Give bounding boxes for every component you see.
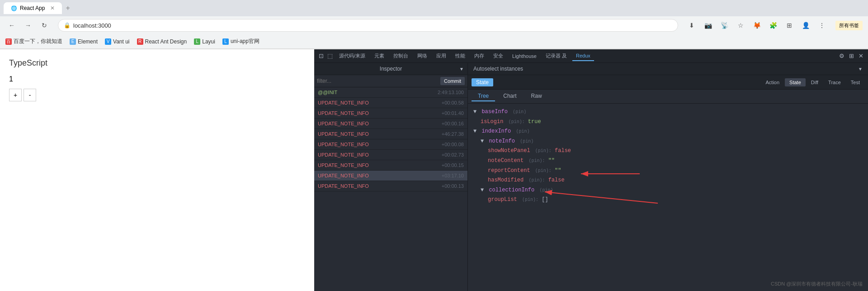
inspector-panel: Inspector ▼ Commit @@INIT 2:49:13.100 UP…	[314, 63, 468, 291]
list-item[interactable]: UPDATE_NOTE_INFO +03:17.10	[314, 171, 467, 181]
filter-input[interactable]	[317, 78, 438, 84]
tab-security[interactable]: 安全	[490, 51, 507, 61]
dock-icon[interactable]: ⊞	[848, 52, 855, 60]
close-tab-icon[interactable]: ✕	[50, 5, 55, 11]
action-name: UPDATE_NOTE_INFO	[318, 142, 369, 147]
tab-network[interactable]: 网络	[414, 51, 431, 61]
list-item[interactable]: UPDATE_NOTE_INFO +00:02.73	[314, 150, 467, 160]
grouplist-key: groupList	[488, 196, 517, 203]
tree-node-noteinfo: ▼ noteInfo (pin)	[481, 137, 863, 147]
baseinfo-children: isLogin (pin): true	[473, 117, 863, 127]
rtab-action[interactable]: Action	[761, 78, 784, 86]
action-time: +00:00.13	[442, 183, 464, 189]
tab-lighthouse[interactable]: Lighthouse	[509, 52, 540, 61]
tab-app[interactable]: 应用	[433, 51, 450, 61]
action-name: UPDATE_NOTE_INFO	[318, 100, 369, 105]
profile-icon[interactable]: 👤	[799, 19, 812, 32]
list-item[interactable]: UPDATE_NOTE_INFO +46:27.38	[314, 129, 467, 139]
bookmark-vant[interactable]: V Vant ui	[105, 38, 129, 45]
action-time: +00:00.08	[442, 142, 464, 147]
list-item[interactable]: @@INIT 2:49:13.100	[314, 87, 467, 98]
tab-elements[interactable]: 元素	[371, 51, 388, 61]
forward-button[interactable]: →	[22, 19, 34, 32]
devtools-body: Inspector ▼ Commit @@INIT 2:49:13.100 UP…	[314, 63, 868, 291]
counter-buttons: + -	[9, 89, 305, 101]
commit-button[interactable]: Commit	[440, 77, 465, 85]
increment-button[interactable]: +	[9, 89, 22, 101]
vtab-chart[interactable]: Chart	[497, 91, 523, 101]
inspector-icon[interactable]: ⊡	[318, 52, 325, 60]
action-time: 2:49:13.100	[438, 90, 464, 95]
active-tab[interactable]: 🌐 React App ✕	[4, 2, 62, 14]
state-badge: State	[472, 78, 493, 86]
extensions-button[interactable]: ⬇	[685, 19, 698, 32]
tab-source[interactable]: 源代码/来源	[335, 51, 369, 61]
rtab-diff[interactable]: Diff	[807, 78, 823, 86]
vtab-tree[interactable]: Tree	[472, 91, 495, 101]
bookmark-element-label: Element	[78, 38, 98, 45]
collectioninfo-toggle[interactable]: ▼	[481, 187, 484, 193]
star-button[interactable]: ☆	[734, 19, 747, 32]
list-item[interactable]: UPDATE_NOTE_INFO +00:00.08	[314, 139, 467, 150]
indexinfo-toggle[interactable]: ▼	[473, 128, 476, 134]
device-icon[interactable]: ⬚	[326, 52, 334, 60]
main-content: TypeScript 1 + - ⊡ ⬚ 源代码/来源 元素 控制台 网络 应用…	[0, 49, 868, 291]
vant-icon: V	[105, 38, 111, 45]
close-devtools-icon[interactable]: ✕	[858, 52, 864, 60]
tab-recorder[interactable]: 记录器 及	[542, 51, 571, 61]
back-button[interactable]: ←	[5, 19, 18, 32]
list-item[interactable]: UPDATE_NOTE_INFO +00:00.58	[314, 98, 467, 108]
bookmark-react-ant[interactable]: R React Ant Design	[137, 38, 187, 45]
tree-node-notecontent: noteContent (pin): ""	[488, 156, 863, 166]
tampermonkey-icon[interactable]: 🦊	[750, 19, 763, 32]
cast-button[interactable]: 📡	[718, 19, 731, 32]
uni-icon: L	[222, 38, 229, 45]
counter-value: 1	[9, 75, 305, 83]
menu-button[interactable]: ⋮	[816, 19, 828, 32]
collectioninfo-pin: (pin)	[539, 188, 553, 193]
tab-memory[interactable]: 内存	[471, 51, 488, 61]
address-bar[interactable]: 🔒 localhost:3000	[58, 19, 678, 32]
list-item[interactable]: UPDATE_NOTE_INFO +00:01.40	[314, 108, 467, 119]
new-tab-icon[interactable]: +	[66, 4, 70, 12]
noteinfo-toggle[interactable]: ▼	[481, 138, 484, 144]
action-time: +46:27.38	[442, 131, 464, 137]
islogin-key: isLogin	[481, 119, 503, 125]
list-item[interactable]: UPDATE_NOTE_INFO +00:00.15	[314, 160, 467, 171]
rtab-test[interactable]: Test	[846, 78, 864, 86]
tree-node-indexinfo: ▼ indexInfo (pin)	[473, 127, 863, 137]
action-name: UPDATE_NOTE_INFO	[318, 173, 369, 178]
bookmark-element[interactable]: E Element	[70, 38, 98, 45]
tab-redux[interactable]: Redux	[572, 51, 594, 61]
inspector-dropdown-icon[interactable]: ▼	[459, 67, 464, 72]
vtab-raw[interactable]: Raw	[525, 91, 548, 101]
autoselect-dropdown[interactable]: ▼	[858, 67, 863, 72]
hasmodified-key: hasModified	[488, 177, 524, 183]
action-name: UPDATE_NOTE_INFO	[318, 121, 369, 126]
bookmark-uni[interactable]: L uni-app官网	[222, 38, 259, 45]
list-item[interactable]: UPDATE_NOTE_INFO +00:00.13	[314, 181, 467, 191]
tab-performance[interactable]: 性能	[452, 51, 469, 61]
rtab-trace[interactable]: Trace	[824, 78, 845, 86]
puzzle-icon[interactable]: 🧩	[767, 19, 779, 32]
baseinfo-toggle[interactable]: ▼	[473, 109, 476, 115]
shownotepanel-value: false	[555, 148, 571, 154]
bookmarks-label: 所有书签	[835, 21, 863, 30]
noteinfo-key: noteInfo	[489, 138, 515, 144]
baseinfo-key: baseInfo	[481, 109, 508, 115]
settings-icon[interactable]: ⚙	[838, 52, 845, 60]
reload-button[interactable]: ↻	[38, 19, 51, 32]
tree-node-baseinfo: ▼ baseInfo (pin)	[473, 107, 863, 117]
screenshot-button[interactable]: 📷	[702, 19, 714, 32]
rtab-state[interactable]: State	[785, 78, 806, 86]
tab-console[interactable]: 控制台	[390, 51, 412, 61]
inspector-title: Inspector	[380, 66, 402, 72]
decrement-button[interactable]: -	[24, 89, 36, 101]
tree-node-grouplist: groupList (pin): []	[488, 195, 863, 205]
bookmark-layui[interactable]: L Layui	[194, 38, 215, 45]
element-icon: E	[70, 38, 76, 45]
bookmark-baidu[interactable]: 百 百度一下，你就知道	[5, 38, 62, 45]
bookmark-vant-label: Vant ui	[113, 38, 129, 45]
list-item[interactable]: UPDATE_NOTE_INFO +00:00.16	[314, 119, 467, 129]
translate-icon[interactable]: ⊞	[783, 19, 796, 32]
